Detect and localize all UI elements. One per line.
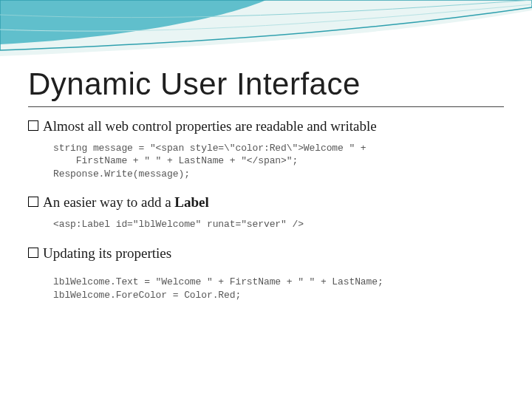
bullet-icon <box>28 248 38 258</box>
bullet-2: An easier way to add a Label <box>28 194 504 212</box>
code-block-3: lblWelcome.Text = "Welcome " + FirstName… <box>53 276 504 301</box>
code-block-1: string message = "<span style=\"color:Re… <box>53 142 504 181</box>
bullet-icon <box>28 120 38 131</box>
bullet-1: Almost all web control properties are re… <box>28 117 504 136</box>
bullet-2-bold: Label <box>174 194 208 210</box>
slide-title: Dynamic User Interface <box>28 66 504 102</box>
bullet-icon <box>28 197 38 207</box>
bullet-2-text: An easier way to add a Label <box>43 194 209 212</box>
bullet-1-text: Almost all web control properties are re… <box>43 117 377 136</box>
code-block-2: <asp:Label id="lblWelcome" runat="server… <box>53 218 504 231</box>
bullet-2-prefix: An easier way to add a <box>43 194 174 210</box>
title-underline <box>28 106 504 107</box>
bullet-3-text: Updating its properties <box>43 245 171 263</box>
slide-content: Dynamic User Interface Almost all web co… <box>0 0 532 301</box>
bullet-3: Updating its properties <box>28 245 504 263</box>
